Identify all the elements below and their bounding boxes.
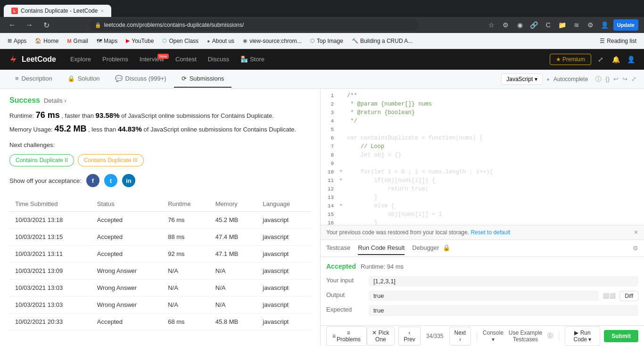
extension-icon2[interactable]: ◉ — [514, 19, 526, 31]
forward-btn[interactable]: → — [23, 18, 36, 32]
console-btn[interactable]: Console ▾ — [483, 330, 504, 343]
update-btn[interactable]: Update — [613, 19, 638, 31]
facebook-share-btn[interactable]: f — [86, 174, 99, 187]
aboutus-icon: ● — [207, 38, 210, 44]
tc-tab-debugger[interactable]: Debugger 🔒 — [412, 241, 450, 255]
profile-icon[interactable]: 👤 — [599, 19, 611, 31]
submit-btn[interactable]: Submit — [604, 330, 638, 342]
extension-icon1[interactable]: ⚙ — [500, 19, 512, 31]
reading-list-btn[interactable]: ☰ Reading list — [596, 36, 640, 46]
extension-icon7[interactable]: ⚙ — [585, 19, 596, 31]
tc-tab-run-code-result[interactable]: Run Code Result — [358, 241, 405, 255]
challenge-btn-2[interactable]: Contains Duplicate III — [78, 154, 144, 166]
submission-status-3[interactable]: Wrong Answer — [91, 263, 162, 280]
submission-status-4[interactable]: Wrong Answer — [91, 280, 162, 297]
user-avatar-icon[interactable]: 👤 — [625, 54, 636, 65]
undo-icon[interactable]: ↩ — [613, 75, 619, 82]
submission-memory-4: N/A — [210, 280, 257, 297]
active-tab[interactable]: L Contains Duplicate - LeetCode × — [4, 5, 111, 17]
bookmark-crud[interactable]: 🔨 Building a CRUD A... — [348, 36, 416, 46]
fullscreen-icon[interactable]: ⤢ — [631, 75, 636, 82]
run-result: Accepted Runtime: 94 ms Your input [1,2,… — [321, 256, 644, 325]
bookmark-topimage[interactable]: ⬡ Top Image — [306, 36, 347, 46]
col-lang: Language — [257, 197, 311, 212]
bookmark-apps[interactable]: ⊞ Apps — [4, 36, 30, 46]
submission-lang-4: javascript — [257, 280, 311, 297]
notification-close-btn[interactable]: ✕ — [634, 229, 638, 236]
prev-btn[interactable]: ‹ Prev — [398, 327, 421, 346]
linkedin-share-btn[interactable]: in — [122, 174, 135, 187]
twitter-share-btn[interactable]: t — [104, 174, 117, 187]
extension-icon5[interactable]: 📁 — [557, 19, 568, 31]
submission-status-6[interactable]: Accepted — [91, 313, 162, 330]
bell-icon[interactable]: 🔔 — [610, 54, 621, 65]
braces-icon[interactable]: {} — [605, 75, 610, 82]
tab-submissions[interactable]: ⟳ Submissions — [174, 70, 232, 88]
expand-icon[interactable]: ⤢ — [595, 54, 606, 65]
reset-to-default-link[interactable]: Reset to default — [471, 229, 510, 236]
line-number-8: 8 — [321, 152, 339, 160]
main-container: Success Details › Runtime: 76 ms , faste… — [0, 89, 644, 346]
lang-dropdown[interactable]: JavaScript ▾ — [501, 74, 543, 85]
run-code-btn[interactable]: ▶ Run Code ▾ — [565, 326, 601, 346]
submission-lang-2: javascript — [257, 246, 311, 263]
tab-solution[interactable]: 🔒 Solution — [60, 70, 107, 88]
info-icon[interactable]: ⓘ — [595, 75, 602, 83]
result-row-input: Your input [1,2,3,1] — [326, 276, 638, 287]
submission-status-2[interactable]: Accepted — [91, 246, 162, 263]
bookmark-aboutus[interactable]: ● About us — [203, 36, 238, 46]
diff-btn[interactable]: Diff — [619, 291, 638, 301]
success-header: Success Details › — [9, 96, 311, 105]
reload-btn[interactable]: ↻ — [40, 18, 53, 32]
line-marker-9 — [339, 160, 347, 169]
bookmark-gmail[interactable]: M Gmail — [63, 36, 92, 46]
star-icon[interactable]: ☆ — [486, 19, 497, 31]
line-marker-13 — [339, 194, 347, 203]
use-example-btn[interactable]: Use Example Testcases — [507, 330, 544, 343]
nav-explore[interactable]: Explore — [66, 54, 96, 65]
col-runtime: Runtime — [162, 197, 210, 212]
tc-tab-testcase[interactable]: Testcase — [326, 241, 350, 255]
line-content-4: */ — [347, 118, 644, 126]
extension-icon3[interactable]: 🔗 — [528, 19, 540, 31]
success-status: Success — [9, 96, 40, 105]
problems-btn[interactable]: ≡ ≡ Problems — [326, 326, 367, 346]
autocomplete-btn[interactable]: Autocomplete — [553, 76, 588, 82]
redo-icon[interactable]: ↪ — [622, 75, 627, 82]
result-settings-icon[interactable]: ⚙ — [633, 245, 638, 252]
submission-status-0[interactable]: Accepted — [91, 212, 162, 229]
lc-logo[interactable]: LeetCode — [8, 54, 56, 65]
help-btn[interactable]: ⓪ — [547, 332, 553, 340]
bookmark-youtube[interactable]: ▶ YouTube — [122, 36, 157, 46]
tab-description[interactable]: ≡ Description — [8, 70, 60, 88]
bookmark-openclass-label: Open Class — [169, 38, 198, 44]
submission-status-1[interactable]: Accepted — [91, 229, 162, 246]
back-btn[interactable]: ← — [6, 18, 19, 32]
code-editor[interactable]: 1/**2 * @param {number[]} nums3 * @retur… — [321, 89, 644, 225]
nav-contest[interactable]: Contest — [171, 54, 201, 65]
nav-interview[interactable]: Interview New — [135, 54, 169, 65]
extension-icon6[interactable]: ≋ — [571, 19, 582, 31]
line-marker-15 — [339, 211, 347, 220]
submission-memory-0: 45.2 MB — [210, 212, 257, 229]
submission-status-5[interactable]: Wrong Answer — [91, 297, 162, 313]
bookmark-home[interactable]: 🏠 Home — [31, 36, 62, 46]
challenge-btn-1[interactable]: Contains Duplicate II — [9, 154, 74, 166]
details-link[interactable]: Details › — [44, 97, 66, 104]
bookmark-maps[interactable]: 🗺 Maps — [93, 36, 121, 46]
tab-close-btn[interactable]: × — [100, 8, 103, 14]
pick-one-btn[interactable]: ✕ Pick One — [367, 327, 395, 346]
nav-discuss[interactable]: Discuss — [203, 54, 234, 65]
line-number-13: 13 — [321, 194, 339, 203]
tab-solution-label: Solution — [78, 75, 100, 82]
extension-icon4[interactable]: C — [543, 19, 554, 31]
code-line-5: 5 — [321, 126, 644, 135]
nav-store[interactable]: 🏪 Store — [236, 54, 269, 65]
bookmark-openclass[interactable]: ⬡ Open Class — [158, 36, 202, 46]
premium-btn[interactable]: ★ Premium — [550, 54, 591, 65]
next-btn[interactable]: Next › — [449, 327, 471, 346]
tab-discuss[interactable]: 💬 Discuss (999+) — [107, 70, 174, 88]
bookmark-viewsource[interactable]: ◉ view-source:chrom... — [239, 36, 305, 46]
nav-problems[interactable]: Problems — [98, 54, 133, 65]
address-bar[interactable]: 🔒 leetcode.com/problems/contains-duplica… — [89, 19, 419, 31]
